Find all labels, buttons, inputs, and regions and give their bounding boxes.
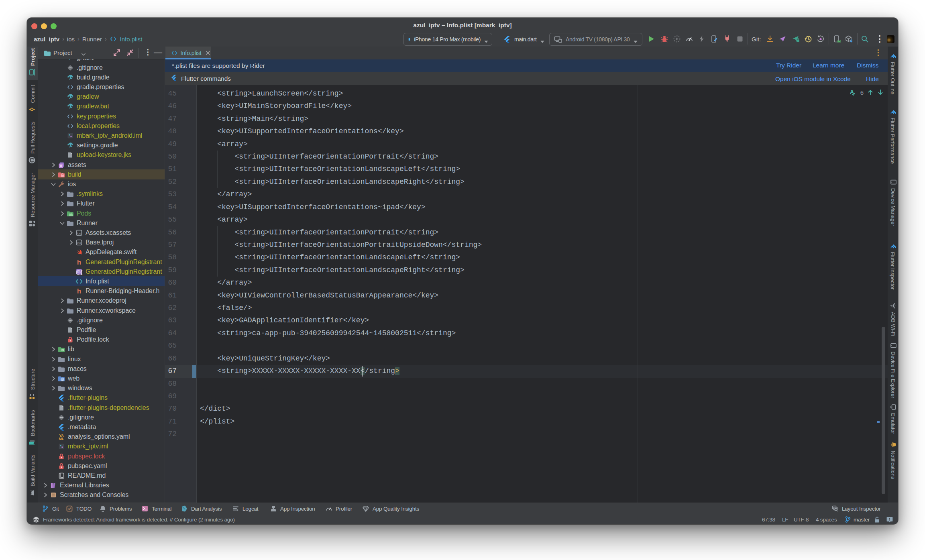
svg-text:A: A (850, 89, 854, 95)
svg-text:ios: ios (77, 241, 81, 245)
svg-text:h: h (77, 287, 81, 295)
svg-text:ios: ios (77, 231, 81, 235)
svg-text:h: h (77, 258, 81, 266)
svg-text:@{: @{ (76, 269, 83, 275)
svg-text:ML: ML (59, 437, 64, 441)
